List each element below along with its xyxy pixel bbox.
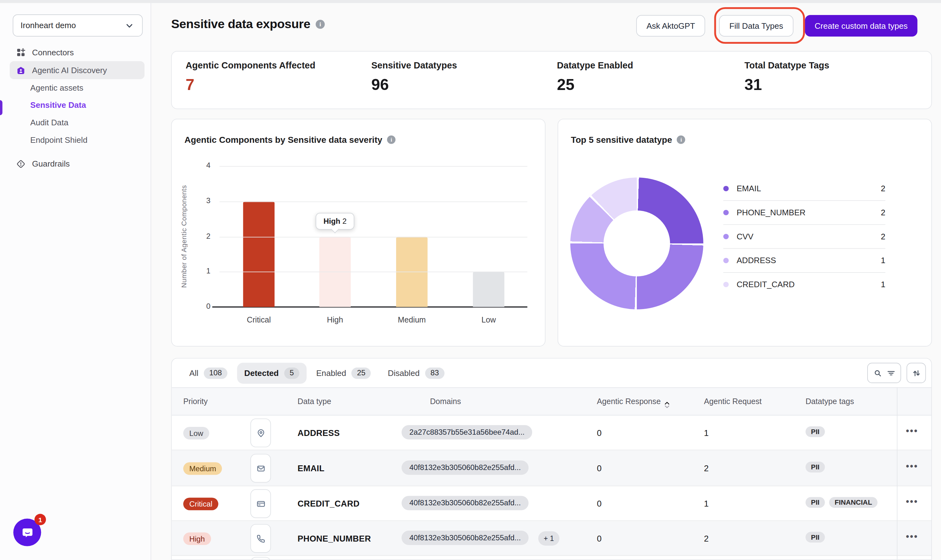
stat-value: 25 (557, 75, 574, 94)
domain-badge[interactable]: 2a27c88357b55e31a56bee74ad... (401, 425, 532, 439)
legend-label: EMAIL (736, 184, 761, 193)
legend-row-phone-number[interactable]: PHONE_NUMBER 2 (724, 201, 886, 225)
sidebar-item-agentic-assets[interactable]: Agentic assets (10, 79, 151, 97)
sidebar: Ironheart demo Connectors Agentic AI Dis… (0, 0, 151, 560)
row-actions-button[interactable]: ••• (906, 461, 918, 471)
org-selector-dropdown[interactable]: Ironheart demo (13, 14, 143, 37)
sidebar-item-connectors[interactable]: Connectors (10, 43, 145, 61)
top-datatypes-donut-card: Top 5 sensitive datatype i EMAIL 2 PHONE… (558, 119, 932, 346)
tab-label: Disabled (388, 368, 420, 377)
stat-label: Sensitive Datatypes (371, 60, 553, 70)
domain-badge[interactable]: 40f8132e3b305060b82e255afd... (401, 496, 529, 510)
chevron-down-icon (126, 22, 135, 29)
sidebar-item-label: Agentic AI Discovery (32, 66, 107, 75)
legend-value: 1 (881, 280, 886, 289)
sidebar-item-audit-data[interactable]: Audit Data (10, 114, 151, 132)
sidebar-item-label: Connectors (32, 48, 74, 57)
data-type-icon-box (250, 524, 271, 553)
info-icon[interactable]: i (677, 135, 685, 144)
row-actions-button[interactable]: ••• (906, 531, 918, 542)
col-header-agentic-response[interactable]: Agentic Response (597, 397, 669, 408)
donut-chart[interactable] (570, 177, 704, 309)
gridline (219, 272, 527, 272)
tab-label: Enabled (316, 368, 346, 377)
mail-icon (256, 464, 265, 473)
table-tabs: All 108 Detected 5 Enabled 25 Disabled 8… (172, 358, 931, 387)
legend-row-email[interactable]: EMAIL 2 (724, 177, 886, 201)
app-window: Ironheart demo Connectors Agentic AI Dis… (0, 0, 941, 560)
y-tick-label: 3 (196, 197, 210, 205)
table-row-address[interactable]: Low ADDRESS 2a27c88357b55e31a56bee74ad..… (172, 415, 931, 450)
row-actions-button[interactable]: ••• (906, 426, 918, 436)
x-tick-high: High (327, 315, 343, 325)
main-content: Sensitive data exposure i Ask AktoGPT Fi… (151, 0, 941, 560)
create-custom-data-types-button[interactable]: Create custom data types (805, 15, 917, 37)
x-tick-critical: Critical (247, 315, 271, 325)
y-tick-label: 2 (196, 232, 210, 240)
info-icon[interactable]: i (387, 135, 396, 144)
sidebar-nav: Connectors Agentic AI Discovery Agentic … (0, 43, 151, 172)
agentic-response-value: 0 (597, 499, 602, 508)
agentic-response-value: 0 (597, 428, 602, 438)
legend-dot (724, 258, 729, 263)
domain-badge[interactable]: 40f8132e3b305060b82e255afd... (401, 461, 529, 475)
fill-data-types-button[interactable]: Fill Data Types (719, 15, 793, 37)
legend-dot (724, 210, 729, 215)
stat-label: Agentic Components Affected (186, 60, 367, 70)
tab-detected[interactable]: Detected 5 (237, 363, 306, 383)
datatypes-table-card: All 108 Detected 5 Enabled 25 Disabled 8… (171, 358, 932, 560)
credit-card-icon (256, 499, 265, 508)
info-icon[interactable]: i (316, 19, 325, 28)
tab-count-badge: 83 (425, 367, 445, 378)
sidebar-item-label: Endpoint Shield (30, 135, 88, 145)
phone-icon (256, 534, 265, 543)
filter-icon (886, 368, 895, 377)
gridline (219, 237, 527, 237)
datatype-tag: PII (805, 426, 825, 437)
tab-enabled[interactable]: Enabled 25 (309, 363, 378, 383)
sidebar-item-label: Agentic assets (30, 83, 83, 92)
summary-stats-card: Agentic Components Affected 7 Sensitive … (171, 51, 932, 109)
bar-chart-plot-area (219, 166, 527, 307)
bar-critical[interactable] (243, 201, 275, 307)
agentic-request-value: 1 (704, 428, 709, 438)
domain-badge[interactable]: 40f8132e3b305060b82e255afd... (401, 531, 529, 545)
severity-bar-chart-card: Agentic Components by Sensitive data sev… (171, 119, 545, 346)
legend-value: 1 (881, 256, 886, 265)
tab-disabled[interactable]: Disabled 83 (380, 363, 451, 383)
domain-more-badge[interactable]: + 1 (538, 531, 560, 546)
tooltip-value: 2 (342, 217, 347, 226)
sort-button[interactable] (907, 363, 926, 383)
tab-count-badge: 108 (204, 367, 227, 378)
legend-row-address[interactable]: ADDRESS 1 (724, 249, 886, 273)
data-type-icon-box (250, 489, 271, 518)
sidebar-item-sensitive-data[interactable]: Sensitive Data (10, 97, 151, 114)
ask-aktogpt-button[interactable]: Ask AktoGPT (636, 15, 705, 37)
y-tick-label: 4 (196, 161, 210, 170)
agentic-request-value: 2 (704, 463, 709, 473)
sidebar-item-agentic-ai-discovery[interactable]: Agentic AI Discovery (10, 61, 145, 79)
table-row-credit-card[interactable]: Critical CREDIT_CARD 40f8132e3b305060b82… (172, 486, 931, 521)
datatype-tag: PII (805, 462, 825, 472)
gridline (219, 166, 527, 166)
legend-label: CVV (736, 232, 753, 241)
sidebar-item-endpoint-shield[interactable]: Endpoint Shield (10, 131, 151, 149)
legend-row-credit-card[interactable]: CREDIT_CARD 1 (724, 273, 886, 296)
sidebar-item-label: Audit Data (30, 118, 68, 127)
row-actions-button[interactable]: ••• (906, 497, 918, 507)
bar-low[interactable] (473, 272, 505, 307)
sidebar-item-guardrails[interactable]: Guardrails (10, 155, 145, 173)
chart-tooltip: High 2 (316, 213, 354, 230)
org-selector-value: Ironheart demo (21, 21, 76, 30)
tab-all[interactable]: All 108 (182, 363, 234, 383)
x-tick-medium: Medium (398, 315, 426, 325)
search-filter-button[interactable] (867, 363, 901, 383)
stat-value: 96 (371, 75, 389, 94)
table-row-phone-number[interactable]: High PHONE_NUMBER 40f8132e3b305060b82e25… (172, 521, 931, 555)
agentic-discovery-icon (16, 66, 25, 75)
chat-bubble-icon (20, 526, 34, 539)
legend-value: 2 (881, 232, 886, 241)
table-row-email[interactable]: Medium EMAIL 40f8132e3b305060b82e255afd.… (172, 450, 931, 486)
search-icon (873, 368, 882, 377)
legend-row-cvv[interactable]: CVV 2 (724, 225, 886, 249)
